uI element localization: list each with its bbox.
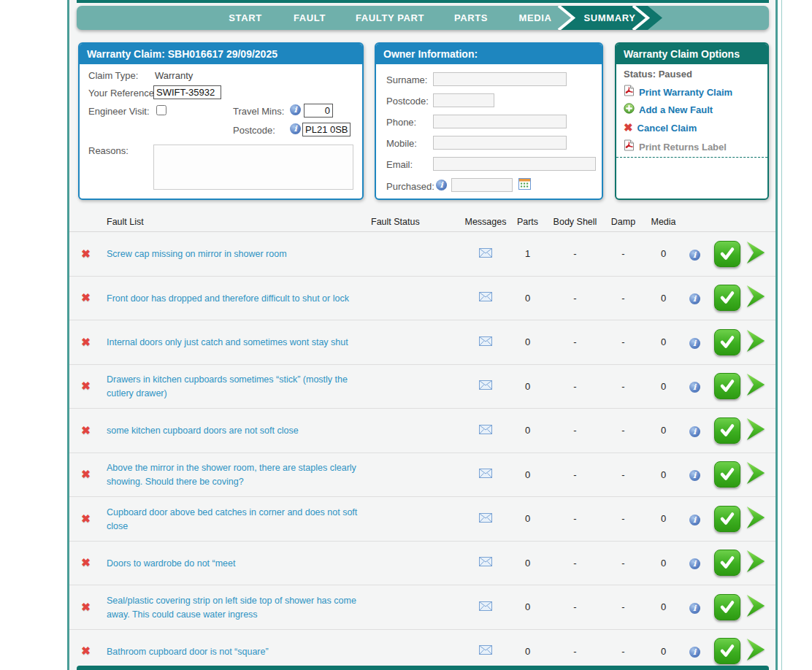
claim-postcode-input[interactable] <box>302 123 351 136</box>
complete-fault-button[interactable] <box>714 461 740 488</box>
calendar-icon[interactable] <box>518 178 531 193</box>
info-icon[interactable]: i <box>689 382 700 393</box>
top-divider-bar <box>77 0 769 3</box>
purchased-info-icon[interactable]: i <box>436 180 447 190</box>
fault-description-link[interactable]: Cupboard door above bed catches in corne… <box>107 507 357 531</box>
open-fault-arrow-icon[interactable] <box>745 240 767 268</box>
open-fault-arrow-icon[interactable] <box>745 505 767 533</box>
open-fault-arrow-icon[interactable] <box>745 549 767 577</box>
fault-description-link[interactable]: Doors to wardrobe do not “meet <box>107 558 235 569</box>
option-link-label: Print Warranty Claim <box>639 87 732 98</box>
media-count: 0 <box>640 336 686 347</box>
fault-description-link[interactable]: Internal doors only just catch and somet… <box>107 337 348 347</box>
engineer-visit-checkbox[interactable] <box>156 105 166 115</box>
open-fault-arrow-icon[interactable] <box>745 284 767 312</box>
info-icon[interactable]: i <box>689 558 700 569</box>
open-fault-arrow-icon[interactable] <box>745 417 767 444</box>
nav-step-summary[interactable]: SUMMARY <box>584 6 636 30</box>
messages-icon[interactable] <box>479 424 492 437</box>
complete-fault-button[interactable] <box>714 594 740 620</box>
messages-icon[interactable] <box>479 336 492 349</box>
info-icon[interactable]: i <box>689 470 700 481</box>
owner-field-label: Mobile: <box>386 138 417 149</box>
nav-step-faulty-part[interactable]: FAULTY PART <box>356 6 424 30</box>
add-a-new-fault-link[interactable]: Add a New Fault <box>624 103 713 117</box>
owner-field-label: Postcode: <box>386 96 429 107</box>
fault-description-link[interactable]: Drawers in kitchen cupboards sometimes “… <box>107 374 348 398</box>
messages-icon[interactable] <box>479 556 492 569</box>
fault-description-link[interactable]: Front door has dropped and therefore dif… <box>107 293 349 304</box>
warranty-claim-options-panel: Warranty Claim Options Status: Paused Pr… <box>615 42 769 200</box>
messages-icon[interactable] <box>479 247 492 261</box>
complete-fault-button[interactable] <box>714 417 740 444</box>
nav-step-fault[interactable]: FAULT <box>294 6 326 30</box>
complete-fault-button[interactable] <box>714 550 740 576</box>
body-shell-value: - <box>544 293 606 304</box>
nav-step-start[interactable]: START <box>229 6 261 30</box>
parts-count: 0 <box>511 601 544 612</box>
header-media: Media <box>640 217 686 227</box>
your-reference-label: Your Reference: <box>88 88 156 99</box>
owner-email-input[interactable] <box>433 157 596 171</box>
open-fault-arrow-icon[interactable] <box>745 372 767 400</box>
messages-icon[interactable] <box>479 644 492 658</box>
complete-fault-button[interactable] <box>714 373 740 399</box>
owner-mobile-input[interactable] <box>433 136 567 150</box>
owner-field-label: Surname: <box>386 74 427 85</box>
info-icon[interactable]: i <box>689 426 700 437</box>
travel-mins-info-icon[interactable]: i <box>290 104 301 115</box>
info-icon[interactable]: i <box>689 338 700 349</box>
delete-fault-icon[interactable]: ✖ <box>81 291 91 304</box>
cancel-claim-link[interactable]: ✖Cancel Claim <box>624 121 697 134</box>
messages-icon[interactable] <box>479 512 492 525</box>
messages-icon[interactable] <box>479 291 492 304</box>
delete-fault-icon[interactable]: ✖ <box>81 644 91 657</box>
fault-row: ✖Screw cap missing on mirror in shower r… <box>69 232 775 277</box>
delete-fault-icon[interactable]: ✖ <box>81 247 91 260</box>
fault-row: ✖Drawers in kitchen cupboards sometimes … <box>69 365 775 409</box>
delete-fault-icon[interactable]: ✖ <box>81 336 91 348</box>
open-fault-arrow-icon[interactable] <box>745 637 767 665</box>
fault-description-link[interactable]: Bathroom cupboard door is not “square” <box>107 647 269 657</box>
print-warranty-claim-link[interactable]: Print Warranty Claim <box>624 85 732 99</box>
complete-fault-button[interactable] <box>714 241 740 267</box>
complete-fault-button[interactable] <box>714 285 740 311</box>
info-icon[interactable]: i <box>689 647 700 658</box>
claim-type-label: Claim Type: <box>88 70 138 81</box>
messages-icon[interactable] <box>479 601 492 614</box>
info-icon[interactable]: i <box>689 250 700 261</box>
delete-fault-icon[interactable]: ✖ <box>81 468 91 480</box>
complete-fault-button[interactable] <box>714 506 740 532</box>
messages-icon[interactable] <box>479 380 492 393</box>
info-icon[interactable]: i <box>689 603 700 614</box>
your-reference-input[interactable] <box>153 85 221 99</box>
delete-fault-icon[interactable]: ✖ <box>81 601 91 613</box>
open-fault-arrow-icon[interactable] <box>745 328 767 356</box>
reasons-textarea[interactable] <box>153 145 353 190</box>
delete-fault-icon[interactable]: ✖ <box>81 556 91 569</box>
travel-mins-input[interactable] <box>304 104 333 118</box>
delete-fault-icon[interactable]: ✖ <box>81 512 91 525</box>
owner-surname-input[interactable] <box>433 72 567 86</box>
warranty-claim-panel-title: Warranty Claim: SBH016617 29/09/2025 <box>80 44 362 64</box>
delete-fault-icon[interactable]: ✖ <box>81 424 91 436</box>
delete-fault-icon[interactable]: ✖ <box>81 380 91 392</box>
fault-description-link[interactable]: Above the mirror in the shower room, the… <box>107 463 356 487</box>
fault-description-link[interactable]: Screw cap missing on mirror in shower ro… <box>107 249 287 259</box>
open-fault-arrow-icon[interactable] <box>745 461 767 488</box>
fault-description-link[interactable]: some kitchen cupboard doors are not soft… <box>107 426 299 436</box>
nav-step-parts[interactable]: PARTS <box>454 6 488 30</box>
owner-phone-input[interactable] <box>433 115 567 128</box>
info-icon[interactable]: i <box>689 515 700 525</box>
open-fault-arrow-icon[interactable] <box>745 593 767 621</box>
complete-fault-button[interactable] <box>714 329 740 355</box>
info-icon[interactable]: i <box>689 293 700 304</box>
postcode-info-icon[interactable]: i <box>290 123 301 134</box>
fault-description-link[interactable]: Seal/plastic covering strip on left side… <box>107 596 356 620</box>
damp-value: - <box>606 513 640 524</box>
purchased-input[interactable] <box>451 178 513 192</box>
messages-icon[interactable] <box>479 468 492 481</box>
complete-fault-button[interactable] <box>714 638 740 664</box>
nav-step-media[interactable]: MEDIA <box>519 6 552 30</box>
owner-postcode-input[interactable] <box>433 93 494 107</box>
